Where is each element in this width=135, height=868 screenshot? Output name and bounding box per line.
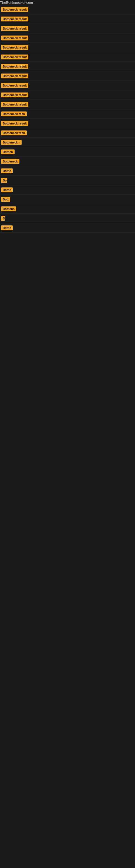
list-item: Bottlens (0, 204, 135, 214)
list-item: Bottleneck (0, 157, 135, 166)
bottleneck-result-badge[interactable]: Bottleneck result (1, 26, 28, 31)
bottleneck-result-badge[interactable]: Bottleneck result (1, 35, 28, 40)
list-item: Bottle (0, 166, 135, 176)
list-item: Bottle (0, 223, 135, 233)
bottleneck-result-badge[interactable]: Bottleneck result (1, 17, 28, 22)
list-item: B (0, 214, 135, 223)
bottleneck-result-badge[interactable]: Bottleneck result (1, 64, 28, 69)
bottleneck-result-badge[interactable]: Bottlen (1, 150, 14, 154)
list-item: Bottleneck result (0, 33, 135, 43)
bottleneck-result-badge[interactable]: Bottleneck result (1, 7, 28, 12)
list-item: Bottle (0, 185, 135, 195)
bottleneck-result-badge[interactable]: B (1, 216, 5, 221)
bottleneck-result-badge[interactable]: Bottleneck resu (1, 112, 27, 116)
bottleneck-result-badge[interactable]: Bottleneck result (1, 93, 28, 97)
site-header: TheBottlenecker.com (0, 0, 135, 5)
list-item: Bottleneck result (0, 5, 135, 14)
bottleneck-result-badge[interactable]: Bottleneck result (1, 83, 28, 88)
list-item: Bottleneck result (0, 119, 135, 128)
bottleneck-result-badge[interactable]: Bottle (1, 168, 13, 173)
list-item: Bottleneck result (0, 100, 135, 109)
bottleneck-result-badge[interactable]: Bottlens (1, 207, 16, 211)
list-item: Bottleneck result (0, 81, 135, 90)
bottleneck-result-badge[interactable]: Bottleneck resu (1, 130, 27, 135)
list-item: Bottleneck result (0, 71, 135, 81)
list-item: Bottleneck resu (0, 128, 135, 138)
bottleneck-result-badge[interactable]: Bott (1, 197, 10, 202)
bottleneck-result-badge[interactable]: Bottleneck result (1, 121, 28, 126)
bottleneck-result-badge[interactable]: Bottleneck result (1, 73, 28, 79)
list-item: Bottleneck result (0, 14, 135, 24)
list-item: Bottlen (0, 147, 135, 157)
list-item: Bottleneck r (0, 138, 135, 147)
list-item: Bott (0, 195, 135, 204)
bottleneck-result-badge[interactable]: Bottle (1, 187, 13, 192)
bottleneck-result-badge[interactable]: Bottle (1, 225, 13, 230)
bottleneck-result-badge[interactable]: Bottleneck result (1, 45, 28, 50)
bottleneck-result-badge[interactable]: Bottleneck result (1, 102, 28, 107)
bottleneck-result-badge[interactable]: Bottleneck r (1, 140, 21, 145)
bottleneck-result-badge[interactable]: Bottleneck (1, 159, 19, 164)
list-item: Bottleneck result (0, 24, 135, 33)
bottleneck-result-badge[interactable]: Bottleneck result (1, 55, 28, 59)
list-item: Bo (0, 176, 135, 185)
list-item: Bottleneck result (0, 62, 135, 71)
list-item: Bottleneck result (0, 43, 135, 52)
list-item: Bottleneck result (0, 90, 135, 100)
list-item: Bottleneck resu (0, 109, 135, 119)
list-item: Bottleneck result (0, 52, 135, 62)
bottleneck-result-badge[interactable]: Bo (1, 178, 7, 183)
